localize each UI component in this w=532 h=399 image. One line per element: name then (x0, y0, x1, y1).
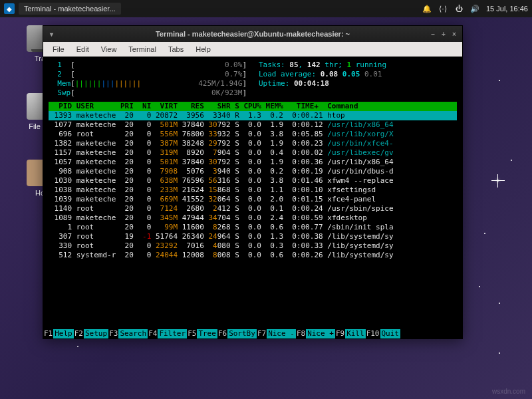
menu-help[interactable]: Help (190, 43, 216, 55)
process-header[interactable]: PID USER PRI NI VIRT RES SHR S CPU% MEM%… (49, 102, 457, 111)
fnkey-f10[interactable]: F10Quit (366, 329, 400, 338)
menu-bar: File Edit View Terminal Tabs Help (43, 42, 462, 57)
taskbar-button-terminal[interactable]: Terminal - maketecheasier... (19, 3, 121, 15)
process-row[interactable]: 512 systemd-r 20 0 24044 12008 8008 S 0.… (49, 251, 457, 260)
menu-terminal[interactable]: Terminal (123, 43, 162, 55)
process-row[interactable]: 1089 maketeche 20 0 345M 47944 34704 S 0… (49, 213, 457, 223)
terminal-window: ▾ Terminal - maketecheasier@Xubuntu-make… (43, 25, 463, 339)
process-row[interactable]: 1057 maketeche 20 0 501M 37840 30792 S 0… (49, 158, 457, 167)
fnkey-f8[interactable]: F8Nice + (296, 329, 335, 338)
notification-icon[interactable]: 🔔 (422, 4, 432, 13)
process-row[interactable]: 307 root 19 -1 51764 26340 24964 S 0.0 1… (49, 232, 457, 241)
clock-label[interactable]: 15 Jul, 16:46 (486, 5, 528, 13)
process-row[interactable]: 908 maketeche 20 0 7908 5076 3940 S 0.0 … (49, 167, 457, 176)
fnkey-f3[interactable]: F3Search (108, 329, 148, 338)
fnkey-f9[interactable]: F9Kill (335, 329, 366, 338)
network-icon[interactable]: ⟨·⟩ (438, 4, 448, 13)
watermark: wsxdn.com (492, 388, 525, 395)
taskbar-label: Terminal - maketecheasier... (24, 5, 116, 13)
process-row[interactable]: 1157 maketeche 20 0 319M 8920 7904 S 0.0… (49, 148, 457, 158)
terminal-body[interactable]: 1 [0.0%] 2 [0.7%] Mem[|||||||||||||||425… (43, 57, 462, 338)
process-list[interactable]: 1077 maketeche 20 0 501M 37840 30792 S 0… (49, 120, 457, 260)
title-bar[interactable]: ▾ Terminal - maketecheasier@Xubuntu-make… (43, 26, 462, 42)
volume-icon[interactable]: 🔊 (470, 4, 479, 13)
menu-edit[interactable]: Edit (71, 43, 94, 55)
window-menu-icon[interactable]: ▾ (47, 30, 55, 38)
top-panel: ◆ Terminal - maketecheasier... 🔔 ⟨·⟩ ⏻ 🔊… (0, 0, 532, 17)
fnkey-f7[interactable]: F7Nice - (257, 329, 296, 338)
menu-tabs[interactable]: Tabs (163, 43, 189, 55)
process-row[interactable]: 1 root 20 0 99M 11600 8268 S 0.0 0.6 0:0… (49, 223, 457, 232)
process-row[interactable]: 1140 root 20 0 7124 2680 2412 S 0.0 0.1 … (49, 204, 457, 213)
process-row[interactable]: 1030 maketeche 20 0 638M 76596 56316 S 0… (49, 176, 457, 186)
process-row[interactable]: 1038 maketeche 20 0 233M 21624 15868 S 0… (49, 186, 457, 195)
window-title: Terminal - maketecheasier@Xubuntu-makete… (156, 30, 350, 38)
process-row[interactable]: 1077 maketeche 20 0 501M 37840 30792 S 0… (49, 120, 457, 130)
fnkey-f1[interactable]: F1Help (43, 329, 74, 338)
process-row[interactable]: 696 root 20 0 556M 76800 33932 S 0.0 3.8… (49, 130, 457, 139)
minimize-button[interactable]: – (429, 30, 437, 38)
process-row[interactable]: 330 root 20 0 23292 7016 4080 S 0.0 0.3 … (49, 241, 457, 251)
power-icon[interactable]: ⏻ (454, 4, 464, 13)
fnkey-f2[interactable]: F2Setup (74, 329, 108, 338)
function-keys: F1Help F2Setup F3SearchF4FilterF5Tree F6… (43, 329, 462, 338)
menu-file[interactable]: File (47, 43, 70, 55)
fnkey-f5[interactable]: F5Tree (187, 329, 217, 338)
process-row-selected[interactable]: 1393 maketeche 20 0 20872 3956 3340 R 1.… (49, 111, 457, 120)
menu-view[interactable]: View (96, 43, 122, 55)
fnkey-f4[interactable]: F4Filter (148, 329, 187, 338)
close-button[interactable]: × (450, 30, 458, 38)
process-row[interactable]: 1382 maketeche 20 0 387M 38248 29792 S 0… (49, 139, 457, 148)
app-menu-icon[interactable]: ◆ (4, 3, 15, 14)
process-row[interactable]: 1039 maketeche 20 0 669M 41552 32064 S 0… (49, 195, 457, 204)
maximize-button[interactable]: + (440, 30, 448, 38)
fnkey-f6[interactable]: F6SortBy (217, 329, 257, 338)
